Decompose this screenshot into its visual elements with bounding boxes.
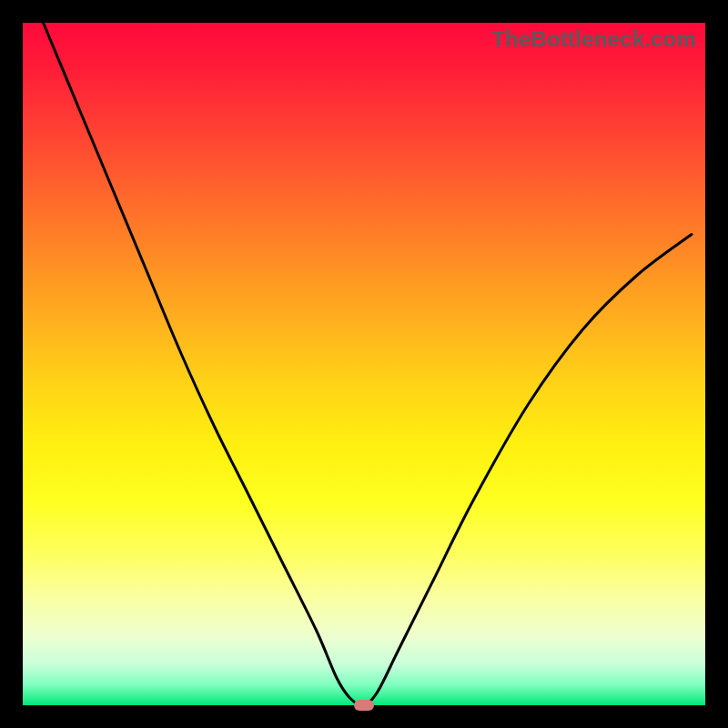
chart-frame: TheBottleneck.com <box>0 0 728 728</box>
plot-area: TheBottleneck.com <box>23 23 705 705</box>
optimum-marker <box>354 700 374 711</box>
bottleneck-curve <box>23 23 705 705</box>
